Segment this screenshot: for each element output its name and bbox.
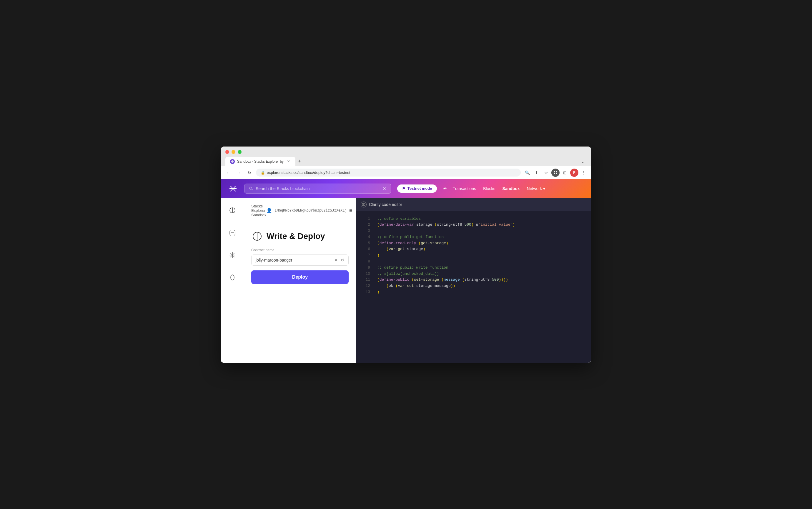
- search-icon[interactable]: 🔍: [523, 169, 531, 177]
- app-content: Search the Stacks blockchain ✕ ⚑ Testnet…: [221, 179, 591, 363]
- url-input[interactable]: [267, 170, 516, 175]
- nav-blocks[interactable]: Blocks: [483, 186, 495, 191]
- contract-name-value: jolly-maroon-badger: [256, 258, 292, 263]
- code-area[interactable]: 1 ;; define variables 2 (define-data-var…: [356, 211, 591, 363]
- svg-point-9: [250, 187, 252, 189]
- editor-title: Clarity code editor: [369, 202, 402, 207]
- chevron-down-icon: ▾: [543, 186, 545, 191]
- code-line-6: 6 (var-get storage): [356, 246, 591, 252]
- code-line-5: 5 (define-read-only (get-storage): [356, 240, 591, 246]
- brand-logo: [228, 183, 238, 194]
- share-icon[interactable]: ⬆: [532, 169, 541, 177]
- sandbox-panel: Stacks Explorer Sandbox 👤 1MGqKNbYxbDENg…: [244, 198, 356, 363]
- search-clear-button[interactable]: ✕: [383, 186, 386, 191]
- editor-header: Clarity code editor: [356, 198, 591, 211]
- nav-transactions[interactable]: Transactions: [453, 186, 476, 191]
- svg-rect-3: [554, 173, 555, 174]
- sandbox-sidebar: [221, 198, 244, 363]
- code-line-9: 9 ;; define public write function: [356, 265, 591, 271]
- browser-window: Sandbox - Stacks Explorer by ✕ + ⌄ ← → ↻…: [221, 146, 591, 363]
- code-line-11: 11 (define-public (set-storage (message …: [356, 277, 591, 283]
- minimize-traffic-light[interactable]: [232, 150, 235, 154]
- code-editor: Clarity code editor 1 ;; define variable…: [356, 198, 591, 363]
- code-line-8: 8: [356, 259, 591, 265]
- sidebar-icon-stacks[interactable]: [226, 249, 239, 262]
- code-line-1: 1 ;; define variables: [356, 216, 591, 222]
- lock-icon: 🔒: [261, 171, 265, 175]
- code-line-10: 10 ;; #[allow(unchecked_data)]: [356, 271, 591, 277]
- code-line-4: 4 ;; define public get function: [356, 234, 591, 240]
- tab-close-button[interactable]: ✕: [286, 159, 291, 164]
- testnet-label: Testnet mode: [408, 186, 432, 191]
- sandbox-title: Stacks Explorer Sandbox: [251, 204, 266, 217]
- nav-sandbox[interactable]: Sandbox: [502, 186, 520, 191]
- grid-icon[interactable]: ⊞: [561, 169, 569, 177]
- forward-button[interactable]: →: [235, 169, 243, 177]
- back-button[interactable]: ←: [224, 169, 233, 177]
- testnet-icon: ⚑: [402, 186, 406, 191]
- editor-icon: [361, 202, 366, 207]
- toolbar-icons: 🔍 ⬆ ☆ ⊞ F ⋮: [523, 169, 588, 177]
- nav-network[interactable]: Network ▾: [527, 186, 545, 191]
- contract-name-input[interactable]: jolly-maroon-badger ✕ ↺: [251, 254, 349, 266]
- profile-button[interactable]: F: [570, 169, 578, 177]
- title-bar: Sandbox - Stacks Explorer by ✕ + ⌄: [221, 146, 591, 166]
- bookmark-icon[interactable]: ☆: [542, 169, 550, 177]
- active-tab[interactable]: Sandbox - Stacks Explorer by ✕: [225, 157, 295, 166]
- traffic-lights: [225, 150, 587, 154]
- tab-expand-button[interactable]: ⌄: [578, 158, 587, 166]
- testnet-badge[interactable]: ⚑ Testnet mode: [397, 184, 437, 193]
- svg-line-10: [252, 189, 253, 190]
- search-placeholder: Search the Stacks blockchain: [256, 186, 310, 191]
- app-navbar: Search the Stacks blockchain ✕ ⚑ Testnet…: [221, 179, 591, 198]
- deploy-button[interactable]: Deploy: [251, 270, 349, 284]
- user-icon: 👤: [266, 208, 272, 213]
- sandbox-header: Stacks Explorer Sandbox 👤 1MGqKNbYxbDENg…: [244, 198, 356, 223]
- close-traffic-light[interactable]: [225, 150, 229, 154]
- clear-contract-name-button[interactable]: ✕: [334, 258, 338, 263]
- tab-favicon: [230, 159, 235, 164]
- nav-links: Transactions Blocks Sandbox Network ▾: [453, 186, 545, 191]
- page-title: Write & Deploy: [267, 232, 325, 241]
- svg-rect-4: [556, 173, 557, 174]
- code-line-13: 13 ): [356, 289, 591, 295]
- extensions-icon[interactable]: [551, 169, 560, 177]
- code-line-12: 12 (ok (var-set storage message)): [356, 283, 591, 289]
- contract-input-icons: ✕ ↺: [334, 258, 344, 263]
- search-bar[interactable]: Search the Stacks blockchain ✕: [244, 183, 391, 194]
- code-line-2: 2 (define-data-var storage (string-utf8 …: [356, 222, 591, 228]
- address-bar[interactable]: 🔒: [256, 169, 521, 176]
- svg-rect-1: [554, 171, 555, 172]
- refresh-contract-name-button[interactable]: ↺: [341, 258, 344, 263]
- main-area: Stacks Explorer Sandbox 👤 1MGqKNbYxbDENg…: [221, 198, 591, 363]
- code-line-7: 7 ): [356, 252, 591, 259]
- write-deploy-icon: [251, 230, 263, 242]
- sandbox-content: Write & Deploy Contract name jolly-maroo…: [244, 223, 356, 291]
- user-address: 1MGqKNbYxbDENgRo3rbn3pG2izSJzXeX1j: [275, 208, 347, 212]
- page-icon-row: Write & Deploy: [251, 230, 349, 242]
- contract-name-label: Contract name: [251, 248, 349, 252]
- menu-button[interactable]: ⋮: [579, 169, 588, 177]
- address-bar-row: ← → ↻ 🔒 🔍 ⬆ ☆ ⊞ F ⋮: [221, 166, 591, 179]
- svg-rect-2: [556, 171, 557, 172]
- sidebar-icon-function[interactable]: [226, 226, 239, 239]
- sidebar-icon-circle[interactable]: [226, 204, 239, 217]
- sidebar-icon-token[interactable]: [226, 271, 239, 284]
- reload-button[interactable]: ↻: [245, 169, 254, 177]
- maximize-traffic-light[interactable]: [238, 150, 242, 154]
- new-tab-button[interactable]: +: [295, 158, 304, 166]
- theme-toggle-icon[interactable]: ☀: [443, 185, 447, 191]
- code-line-3: 3: [356, 228, 591, 234]
- menu-icon[interactable]: ≡: [349, 207, 352, 214]
- tabs-row: Sandbox - Stacks Explorer by ✕ + ⌄: [225, 157, 587, 166]
- tab-title: Sandbox - Stacks Explorer by: [237, 160, 284, 164]
- svg-point-0: [231, 160, 234, 163]
